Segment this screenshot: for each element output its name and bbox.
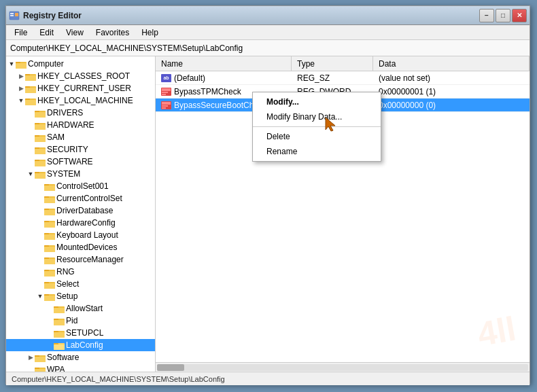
context-menu-rename[interactable]: Rename [253,144,381,159]
tree-item-software[interactable]: ▶ SOFTWARE [6,156,155,168]
tree-item-hkcr[interactable]: ▶ HKEY_CLASSES_ROOT [6,70,155,82]
scroll-thumb[interactable] [157,364,184,371]
tree-item-computer[interactable]: ▼ Computer [6,58,155,70]
tree-item-keyboardlayout[interactable]: ▶ Keyboard Layout [6,229,155,241]
tree-item-driverdatabase[interactable]: ▶ DriverDatabase [6,204,155,217]
tree-item-controlset001[interactable]: ▶ ControlSet001 [6,180,155,192]
tree-item-hklm[interactable]: ▼ HKEY_LOCAL_MACHINE [6,94,155,107]
scrollbar-horizontal[interactable] [156,362,530,372]
tree-item-sam[interactable]: ▶ SAM [6,131,155,143]
menu-favorites[interactable]: Favorites [90,26,135,39]
svg-rect-9 [25,75,36,81]
svg-rect-15 [25,100,36,105]
watermark: 4ll [475,309,519,355]
tree-label-computer: Computer [28,59,64,69]
tree-label-software: SOFTWARE [47,157,93,166]
svg-rect-78 [35,357,46,362]
tree-label-drivers: DRIVERS [47,108,83,118]
maximize-button[interactable]: □ [496,9,510,22]
svg-rect-81 [35,369,46,372]
expand-system: ▼ [27,170,35,178]
folder-icon-rng [44,267,55,277]
tree-label-labconfig: LabConfig [66,340,103,350]
tree-item-hardwareconfig[interactable]: ▶ HardwareConfig [6,217,155,229]
folder-icon-select [44,279,55,289]
tree-item-currentcontrolset[interactable]: ▶ CurrentControlSet [6,192,155,204]
tree-label-hkcr: HKEY_CLASSES_ROOT [37,71,130,81]
folder-icon-currentcontrolset [44,194,55,203]
tree-label-software2: Software [47,353,79,362]
tree-label-wpa: WPA [47,365,65,372]
tree-item-setup[interactable]: ▼ Setup [6,290,155,302]
folder-icon-resourcemanager [44,255,55,264]
svg-rect-54 [44,259,55,264]
tree-label-hkcu: HKEY_CURRENT_USER [37,84,131,93]
tree-label-hklm: HKEY_LOCAL_MACHINE [37,96,133,105]
close-button[interactable]: ✕ [512,9,527,22]
menu-edit[interactable]: Edit [34,26,59,39]
col-header-type[interactable]: Type [292,56,373,71]
tree-item-hkcu[interactable]: ▶ HKEY_CURRENT_USER [6,82,155,94]
tree-item-select[interactable]: ▶ Select [6,278,155,290]
col-header-data[interactable]: Data [373,56,530,71]
reg-icon-ab: ab [161,74,171,82]
reg-type-default: REG_SZ [292,73,373,83]
folder-icon-pid [54,316,65,325]
minimize-button[interactable]: − [479,9,494,22]
tree-label-system: SYSTEM [47,169,80,179]
context-menu-modify-binary[interactable]: Modify Binary Data... [253,109,381,124]
svg-rect-72 [54,332,65,338]
tree-label-mounteddevices: MountedDevices [56,243,117,252]
svg-rect-33 [35,173,46,179]
context-menu: Modify... Modify Binary Data... Delete R… [252,92,381,162]
right-pane: 4ll Name Type Data ab (Default) REG_SZ (… [156,56,530,372]
svg-rect-27 [35,149,46,154]
title-bar-left: Registry Editor [9,10,82,21]
title-bar: Registry Editor − □ ✕ [6,6,530,25]
context-menu-modify[interactable]: Modify... [253,94,381,109]
tree-item-resourcemanager[interactable]: ▶ ResourceManager [6,253,155,266]
tree-item-drivers[interactable]: ▶ DRIVERS [6,107,155,119]
reg-data-default: (value not set) [373,73,530,83]
reg-row-default[interactable]: ab (Default) REG_SZ (value not set) [156,71,530,85]
scroll-track [157,364,528,371]
col-header-name[interactable]: Name [156,56,292,71]
tree-item-rng[interactable]: ▶ RNG [6,266,155,278]
tree-item-hardware[interactable]: ▶ HARDWARE [6,119,155,131]
context-menu-delete[interactable]: Delete [253,129,381,144]
tree-item-setupcl[interactable]: ▶ SETUPCL [6,327,155,339]
svg-rect-48 [44,234,55,240]
folder-icon-setupcl [54,328,65,338]
tree-item-pid[interactable]: ▶ Pid [6,315,155,327]
menu-help[interactable]: Help [136,26,164,39]
tree-item-allowstart[interactable]: ▶ AllowStart [6,302,155,315]
svg-rect-45 [44,222,55,228]
tree-item-software2[interactable]: ▶ Software [6,351,155,363]
reg-data-bypass-secure: 0x00000000 (0) [373,101,530,110]
folder-icon-drivers [35,108,46,118]
svg-rect-85 [162,94,166,95]
folder-icon-system [35,169,46,179]
tree-item-security[interactable]: ▶ SECURITY [6,143,155,156]
tree-item-labconfig[interactable]: ▶ LabConfig [6,339,155,351]
expand-computer: ▼ [7,60,16,68]
folder-icon-driverdatabase [44,206,55,215]
folder-icon-mounteddevices [44,243,55,252]
tree-item-system[interactable]: ▼ SYSTEM [6,168,155,180]
reg-label-default: (Default) [174,73,205,83]
tree-label-keyboardlayout: Keyboard Layout [56,230,118,240]
folder-icon-hardware [35,120,46,130]
menu-file[interactable]: File [9,26,33,39]
tree-item-mounteddevices[interactable]: ▶ MountedDevices [6,241,155,253]
tree-item-wpa[interactable]: ▶ WPA [6,363,155,372]
tree-label-pid: Pid [66,316,77,325]
tree-pane: ▼ Computer ▶ [6,56,156,372]
svg-rect-60 [44,283,55,289]
menu-view[interactable]: View [60,26,89,39]
status-text: Computer\HKEY_LOCAL_MACHINE\SYSTEM\Setup… [12,375,225,383]
svg-rect-30 [35,161,46,166]
tree-label-hardware: HARDWARE [47,120,94,130]
folder-icon-hkcr [25,71,36,81]
expand-hkcr: ▶ [17,72,25,80]
svg-rect-57 [44,271,55,277]
